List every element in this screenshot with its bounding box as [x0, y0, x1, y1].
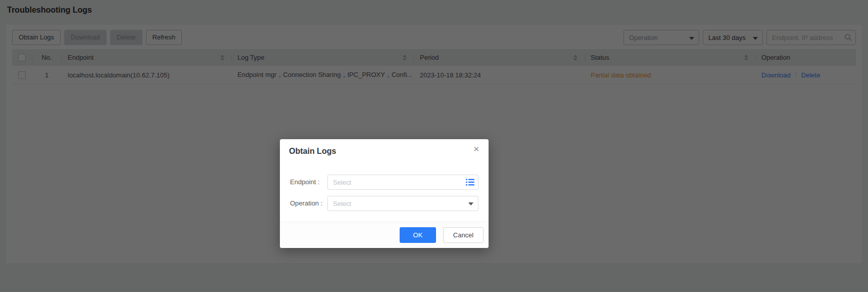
operation-field-label: Operation :	[290, 196, 326, 211]
dialog-footer: OK Cancel	[280, 222, 489, 248]
ok-button[interactable]: OK	[400, 227, 436, 243]
screen: Troubleshooting Logs Obtain Logs Downloa…	[0, 0, 868, 292]
endpoint-select-input[interactable]	[327, 175, 478, 190]
endpoint-field-row: Endpoint :	[280, 175, 489, 190]
dialog-title: Obtain Logs	[289, 147, 336, 156]
close-icon[interactable]: ✕	[473, 145, 479, 153]
list-picker-icon[interactable]	[466, 179, 474, 188]
obtain-logs-dialog: Obtain Logs ✕ Endpoint : O	[280, 139, 489, 248]
operation-field-row: Operation :	[280, 196, 489, 211]
chevron-down-icon	[468, 202, 473, 205]
operation-select-input[interactable]	[327, 196, 478, 211]
endpoint-field	[327, 175, 478, 190]
cancel-button[interactable]: Cancel	[443, 227, 484, 243]
operation-field	[327, 196, 478, 211]
endpoint-field-label: Endpoint :	[290, 175, 326, 190]
